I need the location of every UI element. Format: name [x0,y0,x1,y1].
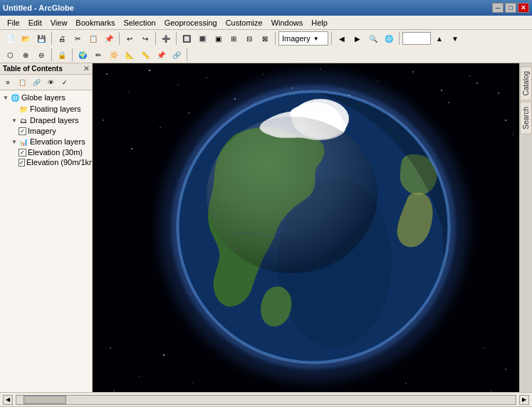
copy-btn[interactable]: 📋 [86,31,100,46]
elevation-icon: 📊 [19,137,28,147]
globe-tool5[interactable]: 📐 [122,48,137,62]
svg-point-7 [264,74,264,75]
scrollbar-thumb[interactable] [24,396,66,404]
tree-node-imagery[interactable]: ✓ Imagery [19,126,90,136]
menu-geoprocessing[interactable]: Geoprocessing [160,17,221,28]
tool3[interactable]: ▣ [211,31,225,46]
close-button[interactable]: ✕ [518,3,529,13]
svg-point-4 [178,85,179,85]
globe-tool6[interactable]: 📏 [138,48,152,62]
window-controls: ─ □ ✕ [492,3,529,13]
svg-point-1 [106,73,108,75]
toc-draw-btn[interactable]: 📋 [16,76,28,89]
svg-point-2 [127,91,128,92]
redo-btn[interactable]: ↪ [138,31,152,46]
imagery-checkbox[interactable]: ✓ [19,127,26,135]
globe-tool2[interactable]: 🌍 [75,48,90,62]
svg-point-19 [160,127,160,127]
toc-sel-btn[interactable]: ✓ [58,76,71,89]
toc-vis-btn[interactable]: 👁 [44,76,57,89]
scale-up[interactable]: ▲ [432,31,447,46]
expander-elevation[interactable]: ▼ [10,137,19,146]
svg-point-13 [441,90,442,91]
scroll-right[interactable]: ▶ [519,395,529,405]
bottom-scrollbar-area: ◀ ▶ [0,392,532,406]
draped-icon: 🗂 [19,115,28,125]
tool2[interactable]: 🔳 [195,31,209,46]
sep9 [72,48,73,61]
toolbar-container: 📄 📂 💾 🖨 ✂ 📋 📌 ↩ ↪ ➕ 🔲 🔳 ▣ ⊞ ⊟ ⊠ Imagery … [0,30,532,63]
basemap-dropdown[interactable]: Imagery ▼ [278,31,328,46]
toc-list-btn[interactable]: ≡ [1,76,14,89]
svg-point-37 [491,390,491,391]
svg-point-26 [513,134,513,135]
menu-file[interactable]: File [3,17,24,28]
svg-point-20 [188,112,189,114]
globe-nav1[interactable]: ⬡ [3,48,17,62]
nav4[interactable]: 🌐 [382,31,396,46]
toc-src-btn[interactable]: 🔗 [30,76,43,89]
minimize-button[interactable]: ─ [492,3,504,13]
main-area: Table of Contents ✕ ≡ 📋 🔗 👁 ✓ ▼ 🌐 Globe … [0,63,532,392]
maximize-button[interactable]: □ [505,3,516,13]
menu-windows[interactable]: Windows [267,17,308,28]
tree-node-elev90[interactable]: ✓ Elevation (90m/1km) [19,157,90,167]
menu-bookmarks[interactable]: Bookmarks [71,17,119,28]
menu-customize[interactable]: Customize [221,17,267,28]
cut-btn[interactable]: ✂ [71,31,85,46]
open-btn[interactable]: 📂 [19,31,33,46]
menu-help[interactable]: Help [307,17,332,28]
tree-node-elevation[interactable]: ▼ 📊 Elevation layers [10,136,90,147]
tree-node-draped[interactable]: ▼ 🗂 Draped layers [10,115,90,126]
tool5[interactable]: ⊟ [242,31,256,46]
scroll-left[interactable]: ◀ [3,395,13,405]
save-btn[interactable]: 💾 [34,31,48,46]
globe-tool3[interactable]: ✏ [91,48,105,62]
expander-globe[interactable]: ▼ [1,93,10,102]
nav2[interactable]: ▶ [350,31,365,46]
tool1[interactable]: 🔲 [179,31,194,46]
menu-view[interactable]: View [46,17,72,28]
elevation-layers-label: Elevation layers [30,137,85,146]
scale-input[interactable]: 500 [402,32,431,45]
globe-tool8[interactable]: 🔗 [169,48,184,62]
tool6[interactable]: ⊠ [258,31,272,46]
new-btn[interactable]: 📄 [3,31,17,46]
globe-viewport[interactable] [93,63,519,392]
tree-node-elev30[interactable]: ✓ Elevation (30m) [19,147,90,157]
print-btn[interactable]: 🖨 [55,31,69,46]
globe-nav3[interactable]: ⊖ [34,48,48,62]
globe-tool7[interactable]: 📌 [154,48,168,62]
tree-node-floating[interactable]: 📁 Floating layers [10,103,90,115]
search-tab[interactable]: Search [520,102,532,134]
add-data-btn[interactable]: ➕ [159,31,173,46]
sep7 [399,32,400,45]
globe-tool1[interactable]: 🔒 [55,48,69,62]
globe-nav2[interactable]: ⊕ [19,48,33,62]
expander-draped[interactable]: ▼ [10,116,19,125]
paste-btn[interactable]: 📌 [102,31,116,46]
scale-down[interactable]: ▼ [448,31,462,46]
sep4 [176,32,177,45]
tree-node-globe-layers[interactable]: ▼ 🌐 Globe layers [1,92,90,103]
undo-btn[interactable]: ↩ [122,31,137,46]
svg-point-29 [110,347,110,348]
globe-scene [93,63,519,392]
svg-point-17 [103,120,103,120]
expander-floating[interactable] [10,105,19,113]
nav1[interactable]: ◀ [335,31,349,46]
catalog-tab[interactable]: Catalog [520,66,532,100]
svg-point-25 [505,120,506,121]
svg-point-30 [139,376,140,377]
horizontal-scrollbar[interactable] [16,395,516,405]
elev30-checkbox[interactable]: ✓ [19,149,26,157]
floating-layers-label: Floating layers [30,105,81,113]
nav3[interactable]: 🔍 [366,31,380,46]
globe-tool4[interactable]: 🔆 [107,48,121,62]
tool4[interactable]: ⊞ [226,31,241,46]
toc-close-btn[interactable]: ✕ [83,65,89,73]
menu-edit[interactable]: Edit [24,17,46,28]
svg-point-3 [149,70,150,71]
elev90-checkbox[interactable]: ✓ [19,159,25,166]
menu-selection[interactable]: Selection [119,17,160,28]
